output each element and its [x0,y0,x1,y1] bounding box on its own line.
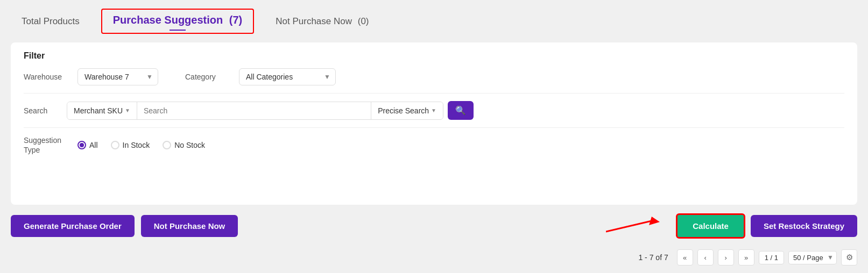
precise-search-label: Precise Search [378,106,429,115]
search-icon-button[interactable]: 🔍 [448,101,474,120]
tab-purchase-suggestion-count: (7) [229,14,242,26]
prev-page-button[interactable]: ‹ [697,249,714,265]
radio-all-label: All [89,141,98,149]
search-type-button[interactable]: Merchant SKU ▼ [67,102,137,119]
radio-in-stock-circle [111,141,119,149]
tab-not-purchase-now[interactable]: Not Purchase Now (0) [265,12,379,31]
category-select-wrapper: All Categories ▼ [239,68,336,85]
search-row: Search Merchant SKU ▼ Precise Search ▼ 🔍 [24,101,844,128]
warehouse-select-wrapper: Warehouse 7 ▼ [77,68,158,85]
suggestion-type-label: SuggestionType [24,135,67,155]
page-wrapper: Total Products Purchase Suggestion (7) N… [0,0,868,273]
pagination-row: 1 - 7 of 7 « ‹ › » 1 / 1 50 / Page ▼ ⚙ [11,247,857,268]
tab-not-purchase-now-count: (0) [358,16,369,26]
radio-no-stock[interactable]: No Stock [163,141,205,149]
tab-not-purchase-now-label: Not Purchase Now [276,16,352,26]
radio-all-circle [77,141,86,149]
tabs-row: Total Products Purchase Suggestion (7) N… [11,5,857,37]
next-page-icon: › [725,254,727,262]
suggestion-type-radio-group: All In Stock No Stock [77,141,205,149]
red-arrow-icon [606,215,671,237]
action-bar: Generate Purchase Order Not Purchase Now… [11,210,857,242]
prev-page-icon: ‹ [704,254,707,262]
settings-icon-button[interactable]: ⚙ [841,249,857,265]
per-page-wrapper: 50 / Page ▼ [788,251,837,264]
radio-in-stock[interactable]: In Stock [111,141,150,149]
category-label: Category [185,73,228,81]
tab-purchase-suggestion[interactable]: Purchase Suggestion (7) [101,9,255,34]
action-right: Calculate Set Restock Strategy [606,213,857,239]
last-page-button[interactable]: » [738,249,754,265]
category-select[interactable]: All Categories [239,68,336,85]
search-type-label: Merchant SKU [74,106,123,115]
first-page-button[interactable]: « [677,249,693,265]
last-page-icon: » [744,254,748,262]
per-page-select[interactable]: 50 / Page [788,251,837,264]
search-icon: 🔍 [455,105,466,116]
search-input-group: Merchant SKU ▼ Precise Search ▼ [67,102,443,120]
svg-marker-1 [649,217,660,225]
warehouse-category-row: Warehouse Warehouse 7 ▼ Category All Cat… [24,68,844,94]
generate-purchase-order-button[interactable]: Generate Purchase Order [11,215,135,237]
radio-no-stock-circle [163,141,171,149]
current-page-display: 1 / 1 [759,251,784,264]
radio-in-stock-label: In Stock [123,141,150,149]
suggestion-type-row: SuggestionType All In Stock No Stock [24,135,844,155]
warehouse-label: Warehouse [24,73,67,81]
filter-title: Filter [24,51,844,61]
search-input[interactable] [137,102,371,119]
page-range: 1 - 7 of 7 [638,253,668,262]
next-page-button[interactable]: › [718,249,734,265]
search-type-chevron-icon: ▼ [125,107,130,113]
precise-search-chevron-icon: ▼ [431,107,436,113]
search-label: Search [24,106,67,115]
filter-card: Filter Warehouse Warehouse 7 ▼ Category … [11,42,857,205]
precise-search-button[interactable]: Precise Search ▼ [371,102,443,119]
svg-line-0 [606,221,652,232]
tab-total-products[interactable]: Total Products [11,12,90,31]
not-purchase-now-button[interactable]: Not Purchase Now [141,215,238,237]
action-left: Generate Purchase Order Not Purchase Now [11,215,238,237]
warehouse-select[interactable]: Warehouse 7 [77,68,158,85]
settings-icon: ⚙ [846,253,853,262]
calculate-button[interactable]: Calculate [676,213,745,239]
tab-purchase-suggestion-label: Purchase Suggestion [113,14,223,26]
radio-no-stock-label: No Stock [174,141,205,149]
set-restock-strategy-button[interactable]: Set Restock Strategy [751,215,857,237]
red-arrow-container [606,215,671,237]
radio-all[interactable]: All [77,141,98,149]
first-page-icon: « [683,254,687,262]
